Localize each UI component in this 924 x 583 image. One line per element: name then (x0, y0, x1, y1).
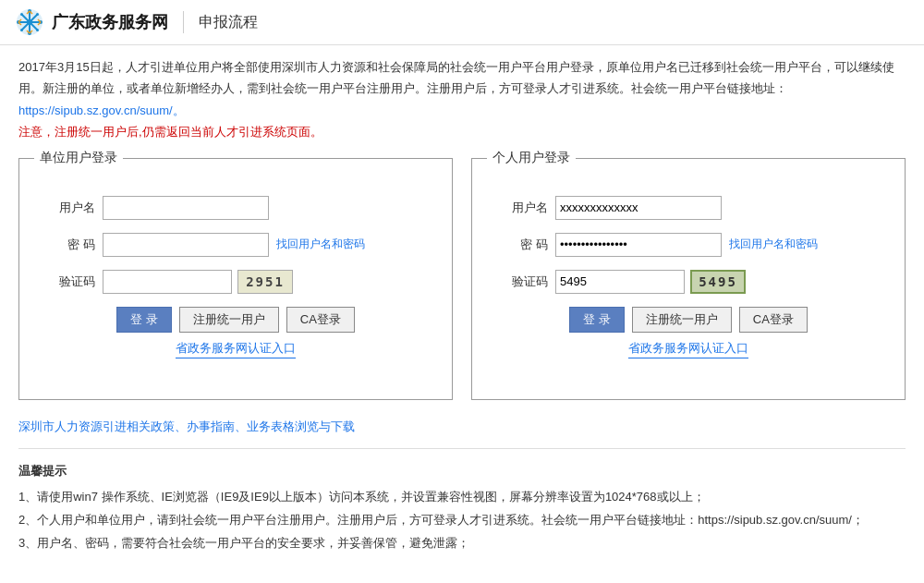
unit-btn-row: 登 录 注册统一用户 CA登录 (47, 307, 424, 333)
unit-captcha-area: 2951 (103, 270, 293, 294)
personal-captcha-area: 5495 (555, 270, 746, 294)
svg-point-13 (27, 19, 32, 25)
personal-register-button[interactable]: 注册统一用户 (632, 307, 732, 333)
warm-tip-3: 3、用户名、密码，需要符合社会统一用户平台的安全要求，并妥善保管，避免泄露； (18, 532, 906, 555)
svg-point-11 (20, 29, 23, 31)
personal-username-row: 用户名 (500, 196, 877, 220)
notice-text: 2017年3月15日起，人才引进单位用户将全部使用深圳市人力资源和社会保障局的社… (18, 56, 906, 143)
personal-password-input[interactable] (555, 233, 722, 257)
unit-password-label: 密 码 (47, 237, 95, 253)
bottom-link-section: 深圳市人力资源引进相关政策、办事指南、业务表格浏览与下载 (18, 419, 906, 449)
unit-username-row: 用户名 (47, 196, 424, 220)
personal-gov-link-row: 省政务服务网认证入口 (500, 340, 877, 358)
personal-login-button[interactable]: 登 录 (569, 307, 625, 333)
main-content: 2017年3月15日起，人才引进单位用户将全部使用深圳市人力资源和社会保障局的社… (0, 45, 924, 565)
notice-line2: 注意，注册统一用户后,仍需返回当前人才引进系统页面。 (18, 125, 322, 139)
unit-captcha-row: 验证码 2951 (47, 270, 424, 294)
unit-captcha-input[interactable] (103, 270, 232, 294)
personal-recover-link[interactable]: 找回用户名和密码 (729, 237, 818, 252)
login-panels: 单位用户登录 用户名 密 码 找回用户名和密码 验证码 2951 登 录 注 (18, 158, 906, 400)
svg-point-12 (36, 29, 39, 31)
unit-username-input[interactable] (103, 196, 269, 220)
notice-line1: 2017年3月15日起，人才引进单位用户将全部使用深圳市人力资源和社会保障局的社… (18, 60, 894, 95)
logo: 广东政务服务网 (15, 7, 168, 37)
personal-username-input[interactable] (555, 196, 722, 220)
personal-captcha-image[interactable]: 5495 (690, 270, 746, 294)
personal-password-row: 密 码 找回用户名和密码 (500, 233, 877, 257)
warm-tip-2: 2、个人用户和单位用户，请到社会统一用户平台注册用户。注册用户后，方可登录人才引… (18, 509, 906, 532)
personal-panel-title: 个人用户登录 (487, 150, 576, 166)
policy-link[interactable]: 深圳市人力资源引进相关政策、办事指南、业务表格浏览与下载 (18, 419, 355, 433)
personal-captcha-input[interactable] (555, 270, 685, 294)
warm-tips-section: 温馨提示 1、请使用win7 操作系统、IE浏览器（IE9及IE9以上版本）访问… (18, 460, 906, 555)
personal-username-label: 用户名 (500, 200, 548, 216)
unit-ca-button[interactable]: CA登录 (286, 307, 355, 333)
unit-login-button[interactable]: 登 录 (116, 307, 172, 333)
warm-tips-title: 温馨提示 (18, 460, 906, 483)
header: 广东政务服务网 申报流程 (0, 0, 924, 45)
notice-link[interactable]: https://sipub.sz.gov.cn/suum/。 (18, 103, 185, 117)
unit-username-label: 用户名 (47, 200, 95, 216)
personal-captcha-row: 验证码 5495 (500, 270, 877, 294)
personal-ca-button[interactable]: CA登录 (739, 307, 808, 333)
header-divider (183, 11, 184, 33)
svg-point-10 (36, 13, 39, 16)
unit-recover-link[interactable]: 找回用户名和密码 (276, 237, 365, 252)
unit-password-row: 密 码 找回用户名和密码 (47, 233, 424, 257)
personal-captcha-label: 验证码 (500, 273, 548, 290)
svg-point-9 (20, 13, 23, 16)
warm-tip-1: 1、请使用win7 操作系统、IE浏览器（IE9及IE9以上版本）访问本系统，并… (18, 486, 906, 509)
unit-password-input[interactable] (103, 233, 269, 257)
unit-captcha-label: 验证码 (47, 273, 95, 290)
header-subtitle: 申报流程 (199, 13, 258, 32)
unit-captcha-image[interactable]: 2951 (237, 270, 293, 294)
unit-gov-link-row: 省政务服务网认证入口 (47, 340, 424, 358)
logo-text: 广东政务服务网 (52, 11, 168, 33)
personal-btn-row: 登 录 注册统一用户 CA登录 (500, 307, 877, 333)
personal-login-panel: 个人用户登录 用户名 密 码 找回用户名和密码 验证码 5495 登 录 注 (471, 158, 906, 400)
personal-password-label: 密 码 (500, 237, 548, 253)
unit-panel-title: 单位用户登录 (34, 150, 123, 166)
personal-gov-link[interactable]: 省政务服务网认证入口 (628, 340, 748, 358)
logo-icon (15, 7, 44, 37)
unit-login-panel: 单位用户登录 用户名 密 码 找回用户名和密码 验证码 2951 登 录 注 (18, 158, 453, 400)
unit-gov-link[interactable]: 省政务服务网认证入口 (176, 340, 296, 358)
unit-register-button[interactable]: 注册统一用户 (179, 307, 279, 333)
